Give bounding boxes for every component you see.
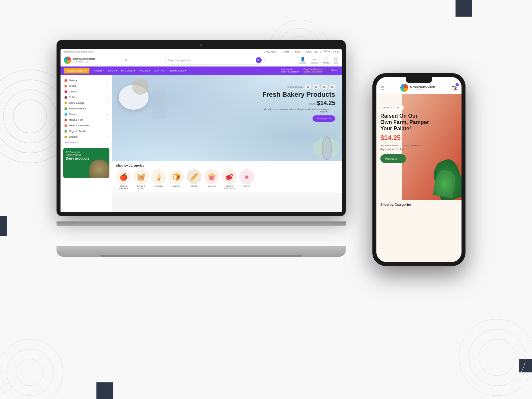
sidebar-cat-candy[interactable]: Candy › — [61, 89, 112, 94]
topbar-about[interactable]: ABOUT US — [306, 51, 318, 53]
account-icon-btn[interactable]: 👤 Account — [299, 57, 307, 64]
phone-hero-title: Raised On Our Own Farm, Pamper Your Pala… — [380, 113, 430, 132]
search-bar[interactable]: 🔍 — [165, 56, 265, 65]
site-nav: CATEGORIES ▾ HOME = SHOP ▾ PRODUCT ▾ PAG… — [61, 66, 342, 75]
svg-point-8 — [469, 329, 525, 386]
cat-bakery[interactable]: 🍞 BAKERY — [169, 169, 184, 188]
topbar-faq[interactable]: FAQ — [295, 51, 300, 53]
phone-menu-icon[interactable]: ☰ — [380, 85, 385, 90]
svg-point-12 — [17, 359, 43, 386]
compare-icon-btn[interactable]: ↔ Compare — [311, 57, 319, 64]
cat-frozen[interactable]: 🍦 FROZEN — [151, 169, 166, 188]
wishlist-icon-btn[interactable]: ♡ Wishlist — [323, 57, 330, 64]
select-location[interactable]: Select a Location ▾ — [281, 70, 300, 73]
hero-products-btn[interactable]: Products → — [313, 115, 335, 122]
phone-logo-sub: ECOMMERCE — [410, 88, 436, 90]
cat-label-frozen: Frozen — [69, 113, 77, 116]
timer-sep3: / — [328, 85, 329, 89]
phone-products-btn[interactable]: Products → — [380, 154, 406, 163]
topbar-cart[interactable]: CART — [283, 51, 289, 53]
cat-dot-dairy — [65, 102, 67, 104]
cat-meat-left: Meat & Fish — [65, 118, 83, 121]
cat-bakery-label: BAKERY — [172, 185, 180, 188]
cat-label-fresh: Fresh Produce — [69, 107, 86, 110]
cat-snacks-icon: 🍿 — [204, 169, 219, 184]
sidebar-cat-coffee[interactable]: Coffee › — [61, 94, 112, 100]
topbar-checkout[interactable]: CHECKOUT — [264, 51, 277, 53]
cart-icon-btn[interactable]: 🛒 Cart — [333, 57, 338, 64]
topbar-fb[interactable]: f — [333, 51, 334, 53]
bg-decoration-square-3 — [0, 216, 7, 236]
search-input[interactable] — [168, 59, 256, 62]
cat-dairy-eggs[interactable]: 🧺 DAIRY &EGGS — [134, 169, 149, 190]
discount-value: Super Discount ▾ — [304, 70, 323, 73]
topbar-lang[interactable]: ENG ▾ — [324, 50, 331, 53]
phone-badge: HEALTHY MEAT — [380, 105, 404, 110]
cat-label-bakery: Bakery — [69, 79, 77, 82]
topbar-sep4: | — [320, 51, 321, 53]
nav-pages[interactable]: PAGES ▾ — [139, 69, 150, 72]
sidebar-cat-meat[interactable]: Meat & Fish › — [61, 117, 112, 123]
laptop-bezel: Welcome to our online store! CHECKOUT | … — [57, 40, 346, 216]
nav-shop[interactable]: SHOP ▾ — [108, 69, 117, 72]
sidebar-cat-bakery[interactable]: Bakery › — [61, 77, 112, 83]
phone-shop-title: Shop by Categories — [380, 203, 458, 206]
laptop-screen: Welcome to our online store! CHECKOUT | … — [61, 49, 342, 212]
cat-candy[interactable]: 🍬 CANDY — [239, 169, 254, 188]
cat-coffee-left: Coffee — [65, 96, 76, 99]
nav-product[interactable]: PRODUCT ▾ — [121, 69, 135, 72]
timer-sep1: : — [312, 85, 312, 89]
phone-logo-name: GREENGROCERY — [410, 85, 436, 88]
sidebar-cat-fresh[interactable]: Fresh Produce › — [61, 106, 112, 111]
laptop-outer: Welcome to our online store! CHECKOUT | … — [57, 40, 346, 226]
cat-dot-candy — [65, 90, 67, 93]
cat-seafood-left: Meat & Seafoods — [65, 124, 89, 127]
sidebar-cat-bread[interactable]: Bread › — [61, 83, 112, 89]
cat-fresh-icon: 🍎 — [116, 169, 131, 184]
cat-arrow-snacks: › — [107, 136, 108, 138]
sidebar-cat-frozen[interactable]: Frozen › — [61, 111, 112, 117]
laptop-hinge — [57, 221, 346, 226]
cat-arrow-bakery: › — [107, 79, 108, 81]
compare-label: Compare — [311, 62, 319, 64]
cat-dot-snacks — [65, 136, 67, 138]
phone-hero-desc: Aenean vel diam ut arcu pharetra digniss… — [380, 144, 430, 151]
cat-bread[interactable]: 🥖 BREAD — [187, 169, 201, 188]
search-button[interactable]: 🔍 — [256, 57, 262, 63]
hero-price-line: FROM $14.25 — [262, 100, 335, 107]
cat-fresh-left: Fresh Produce — [65, 107, 86, 110]
timer-boxes: 00 : 00 : 00 / 00 — [305, 85, 335, 89]
nav-contact[interactable]: CONTACT — [154, 69, 166, 72]
see-more-link[interactable]: See More › — [61, 140, 112, 145]
cat-candy-left: Candy — [65, 90, 76, 93]
discount-badge: DISCOUNT END : 00 : 00 : 00 / 00 — [262, 85, 335, 89]
cat-meat-icon: 🥩 — [222, 169, 237, 184]
cat-fresh-produce[interactable]: 🍎 FRESHPRODUCE — [116, 169, 131, 190]
cat-dot-meat — [65, 119, 67, 121]
topbar-tw[interactable]: t — [335, 51, 336, 53]
site-sidebar: Bakery › Bread › — [61, 75, 112, 212]
cat-frozen-left: Frozen — [65, 113, 77, 116]
phone-logo-text-block: GREENGROCERY ECOMMERCE — [410, 85, 436, 90]
nav-templates[interactable]: TEMPLATES ▾ — [170, 69, 186, 72]
cat-bread-icon: 🥖 — [187, 169, 201, 184]
site-logo[interactable]: GREENGROCERY ECOMMERCE — [64, 57, 96, 64]
phone-logo[interactable]: GREENGROCERY ECOMMERCE — [400, 84, 436, 92]
sidebar-cat-snacks[interactable]: Snacks › — [61, 134, 112, 140]
account-label: Account — [299, 62, 307, 64]
topbar-pin[interactable]: p — [337, 51, 338, 53]
nav-extras: Your Location Select a Location ▾ Only T… — [281, 68, 338, 73]
cat-snacks[interactable]: 🍿 SNACKS — [204, 169, 219, 188]
bg-decoration-square-1 — [456, 0, 472, 17]
categories-label: CATEGORIES — [67, 69, 83, 72]
sidebar-cat-seafood[interactable]: Meat & Seafoods › — [61, 123, 112, 128]
hero-desc: Made from premium non-stretch Japanese d… — [262, 108, 329, 113]
phone-outer: ☰ GREENGROCERY ECOMMERCE 🛍 2 — [372, 73, 466, 266]
nav-home[interactable]: HOME = — [94, 69, 104, 72]
cat-candy-label: CANDY — [243, 185, 250, 188]
nav-discount-block: Only This Weekend Super Discount ▾ — [304, 68, 323, 73]
sidebar-cat-organic[interactable]: Organic Foods — [61, 128, 112, 134]
sidebar-cat-dairy[interactable]: Dairy & Eggs › — [61, 100, 112, 106]
cat-meat-seafoods[interactable]: 🥩 MEAT &SEAFOODS — [222, 169, 237, 190]
categories-button[interactable]: CATEGORIES ▾ — [64, 68, 89, 73]
